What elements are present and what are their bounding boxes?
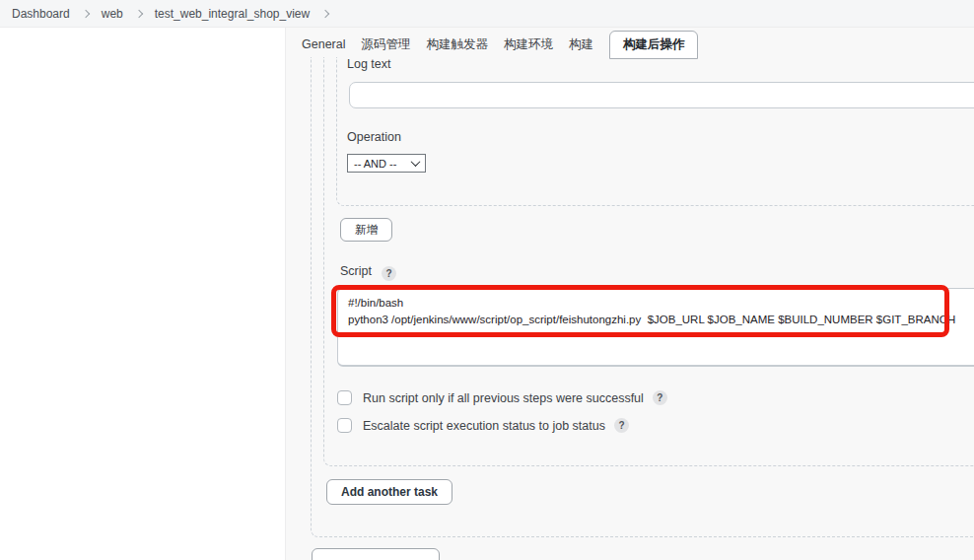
breadcrumb-item-web[interactable]: web (102, 7, 123, 21)
condition-section (336, 57, 974, 206)
run-script-help-icon[interactable]: ? (653, 390, 667, 405)
escalate-status-help-icon[interactable]: ? (614, 418, 629, 433)
add-post-build-step-button[interactable]: 增加构建后操作步骤 (312, 548, 440, 560)
escalate-status-checkbox-label: Escalate script execution status to job … (363, 419, 605, 433)
breadcrumb-item-dashboard[interactable]: Dashboard (12, 7, 70, 21)
run-script-checkbox-label: Run script only if all previous steps we… (363, 391, 644, 405)
tab-source-management[interactable]: 源码管理 (360, 32, 411, 58)
operation-select-value: -- AND -- (354, 158, 396, 170)
run-script-checkbox[interactable] (337, 390, 352, 405)
breadcrumb-context-chevron-icon[interactable] (321, 9, 329, 17)
escalate-status-option-row: Escalate script execution status to job … (337, 418, 629, 433)
operation-label: Operation (347, 130, 401, 144)
script-label: Script (340, 264, 372, 278)
log-text-input[interactable] (349, 82, 974, 108)
config-tab-bar: General 源码管理 构建触发器 构建环境 构建 构建后操作 (301, 31, 698, 58)
sidebar-panel (0, 28, 286, 560)
script-label-row: Script? (340, 264, 396, 281)
add-condition-button[interactable]: 新增 (340, 218, 392, 242)
chevron-down-icon (411, 157, 421, 167)
operation-select[interactable]: -- AND -- (347, 154, 426, 173)
script-help-icon[interactable]: ? (382, 266, 396, 281)
escalate-status-checkbox[interactable] (337, 418, 352, 433)
run-script-option-row: Run script only if all previous steps we… (337, 390, 667, 405)
chevron-right-icon (134, 9, 142, 17)
tab-build-triggers[interactable]: 构建触发器 (425, 32, 489, 58)
log-text-label: Log text (347, 57, 390, 71)
breadcrumb-item-job[interactable]: test_web_integral_shop_view (155, 7, 310, 21)
breadcrumb: Dashboard web test_web_integral_shop_vie… (0, 0, 974, 28)
tab-build-environment[interactable]: 构建环境 (503, 32, 554, 58)
tab-build[interactable]: 构建 (568, 32, 594, 58)
add-another-task-button[interactable]: Add another task (326, 479, 452, 505)
tab-post-build-actions[interactable]: 构建后操作 (609, 31, 699, 59)
chevron-right-icon (81, 9, 89, 17)
config-content: General 源码管理 构建触发器 构建环境 构建 构建后操作 Log tex… (286, 28, 974, 560)
script-textarea[interactable]: #!/bin/bash python3 /opt/jenkins/www/scr… (337, 288, 974, 367)
tab-general[interactable]: General (301, 32, 346, 58)
